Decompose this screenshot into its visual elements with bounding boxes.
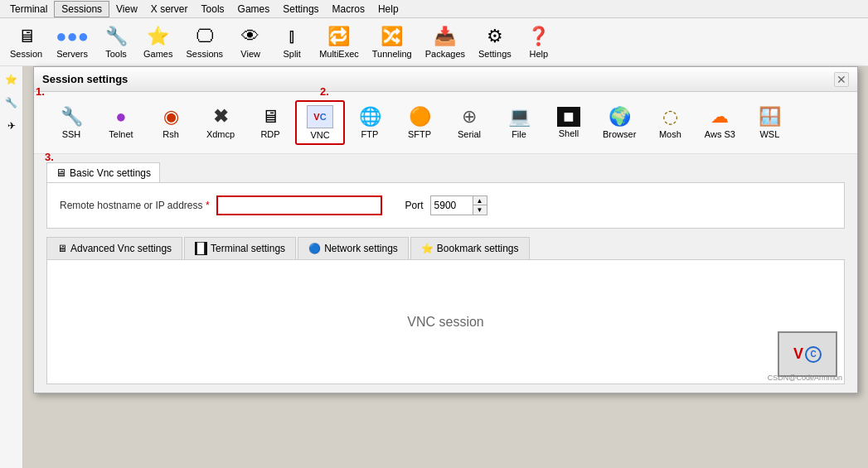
step2-indicator: 2. xyxy=(320,85,329,98)
session-type-shell[interactable]: ■ Shell xyxy=(544,103,594,142)
toolbar-settings-label: Settings xyxy=(478,49,512,59)
menu-macros[interactable]: Macros xyxy=(326,2,371,17)
toolbar-tunneling[interactable]: 🔀 Tunneling xyxy=(366,20,419,65)
dialog-overlay: Session settings ✕ 1. 2. 🔧 SSH xyxy=(33,66,862,464)
session-type-rsh[interactable]: ◉ Rsh xyxy=(146,102,196,143)
menu-settings[interactable]: Settings xyxy=(276,2,325,17)
toolbar-games[interactable]: ⭐ Games xyxy=(137,20,179,65)
dialog-close-button[interactable]: ✕ xyxy=(834,72,849,87)
basic-vnc-settings-tab[interactable]: 🖥 Basic Vnc settings xyxy=(46,162,160,182)
session-type-ssh[interactable]: 🔧 SSH xyxy=(46,102,96,143)
awss3-icon: ☁ xyxy=(710,106,729,128)
toolbar-multiexec[interactable]: 🔁 MultiExec xyxy=(313,20,366,65)
network-settings-tab-label: Network settings xyxy=(324,243,398,254)
session-type-telnet[interactable]: ● Telnet xyxy=(96,102,146,143)
side-panel-star[interactable]: ⭐ xyxy=(2,70,22,89)
port-up-button[interactable]: ▲ xyxy=(473,196,487,205)
network-settings-tab[interactable]: 🔵 Network settings xyxy=(298,237,409,259)
session-type-sftp[interactable]: 🟠 SFTP xyxy=(395,102,444,143)
vnc-logo: V C xyxy=(793,345,822,363)
session-type-mosh[interactable]: ◌ Mosh xyxy=(645,102,695,143)
toolbar-view[interactable]: 👁 View xyxy=(230,20,271,65)
hostname-input[interactable] xyxy=(216,195,382,215)
rdp-icon: 🖥 xyxy=(261,106,279,128)
sessions-icon: 🖵 xyxy=(196,26,214,47)
games-icon: ⭐ xyxy=(147,26,169,47)
menu-games[interactable]: Games xyxy=(231,2,277,17)
toolbar-help[interactable]: ❓ Help xyxy=(518,20,560,65)
sftp-label: SFTP xyxy=(408,129,431,139)
required-marker: * xyxy=(206,200,210,211)
toolbar-help-label: Help xyxy=(529,49,548,59)
session-type-serial[interactable]: ⊕ Serial xyxy=(444,102,494,143)
menu-sessions[interactable]: Sessions xyxy=(54,1,109,17)
port-label: Port xyxy=(405,200,424,211)
port-down-button[interactable]: ▼ xyxy=(473,205,487,215)
session-type-wsl[interactable]: 🪟 WSL xyxy=(744,102,794,143)
session-type-xdmcp[interactable]: ✖ Xdmcp xyxy=(196,102,245,143)
side-panel-send[interactable]: ✈ xyxy=(2,116,22,136)
session-icon: 🖥 xyxy=(17,26,36,47)
side-panel-tool[interactable]: 🔧 xyxy=(2,93,22,113)
toolbar-session-label: Session xyxy=(10,49,42,59)
advanced-vnc-tab-label: Advanced Vnc settings xyxy=(70,243,172,254)
bookmark-settings-tab-label: Bookmark settings xyxy=(437,243,519,254)
session-type-browser[interactable]: 🌍 Browser xyxy=(594,102,645,143)
ftp-icon: 🌐 xyxy=(359,106,381,128)
split-icon: ⫿ xyxy=(288,26,297,47)
serial-icon: ⊕ xyxy=(462,106,477,128)
telnet-label: Telnet xyxy=(109,129,133,139)
step3-indicator: 3. xyxy=(45,151,54,163)
multiexec-icon: 🔁 xyxy=(327,26,350,47)
menu-view[interactable]: View xyxy=(109,2,144,17)
tools-icon: 🔧 xyxy=(105,26,128,47)
advanced-vnc-tab[interactable]: 🖥 Advanced Vnc settings xyxy=(46,237,182,259)
menu-help[interactable]: Help xyxy=(371,2,405,17)
toolbar-split[interactable]: ⫿ Split xyxy=(271,20,313,65)
mosh-icon: ◌ xyxy=(662,106,678,128)
toolbar: 🖥 Session ●●● Servers 🔧 Tools ⭐ Games 🖵 … xyxy=(0,18,868,66)
port-input[interactable] xyxy=(431,196,473,215)
toolbar-multiexec-label: MultiExec xyxy=(319,49,359,59)
toolbar-tunneling-label: Tunneling xyxy=(372,49,412,59)
session-type-rdp[interactable]: 🖥 RDP xyxy=(245,102,295,143)
toolbar-sessions[interactable]: 🖵 Sessions xyxy=(179,20,230,65)
tunneling-icon: 🔀 xyxy=(381,26,403,47)
toolbar-packages[interactable]: 📥 Packages xyxy=(419,20,472,65)
session-type-file[interactable]: 💻 File xyxy=(494,102,544,143)
wsl-icon: 🪟 xyxy=(759,106,781,128)
bottom-tabs: 🖥 Advanced Vnc settings ▉ Terminal setti… xyxy=(46,237,845,260)
ssh-label: SSH xyxy=(62,129,81,139)
vnc-watermark: V C xyxy=(778,331,837,377)
toolbar-settings[interactable]: ⚙ Settings xyxy=(472,20,518,65)
menu-tools[interactable]: Tools xyxy=(195,2,231,17)
toolbar-servers[interactable]: ●●● Servers xyxy=(49,20,95,65)
help-icon: ❓ xyxy=(527,26,550,47)
basic-tab-label: Basic Vnc settings xyxy=(70,167,151,179)
advanced-vnc-tab-icon: 🖥 xyxy=(57,243,67,254)
toolbar-session[interactable]: 🖥 Session xyxy=(3,20,49,65)
xdmcp-icon: ✖ xyxy=(213,106,228,128)
servers-icon: ●●● xyxy=(56,26,89,47)
session-type-vnc[interactable]: VC VNC xyxy=(295,100,345,145)
toolbar-servers-label: Servers xyxy=(56,49,88,59)
rdp-label: RDP xyxy=(260,129,279,139)
basic-tab-icon: 🖥 xyxy=(56,166,66,179)
session-type-ftp[interactable]: 🌐 FTP xyxy=(345,102,395,143)
shell-icon: ■ xyxy=(557,107,580,127)
hostname-label: Remote hostname or IP address * xyxy=(60,200,210,211)
watermark-text: CSDN@CodeArmmon xyxy=(768,374,842,382)
xdmcp-label: Xdmcp xyxy=(206,129,235,139)
rsh-label: Rsh xyxy=(162,129,179,139)
mosh-label: Mosh xyxy=(659,129,681,139)
network-settings-tab-icon: 🔵 xyxy=(308,243,321,254)
menu-bar: Terminal Sessions View X server Tools Ga… xyxy=(0,0,868,18)
terminal-settings-tab[interactable]: ▉ Terminal settings xyxy=(184,237,296,259)
toolbar-tools[interactable]: 🔧 Tools xyxy=(95,20,137,65)
menu-xserver[interactable]: X server xyxy=(144,2,195,17)
bookmark-settings-tab[interactable]: ⭐ Bookmark settings xyxy=(410,237,530,259)
step1-indicator: 1. xyxy=(36,85,45,98)
menu-terminal[interactable]: Terminal xyxy=(3,2,54,17)
session-type-awss3[interactable]: ☁ Aws S3 xyxy=(695,102,744,143)
vnc-icon: VC xyxy=(307,105,333,128)
